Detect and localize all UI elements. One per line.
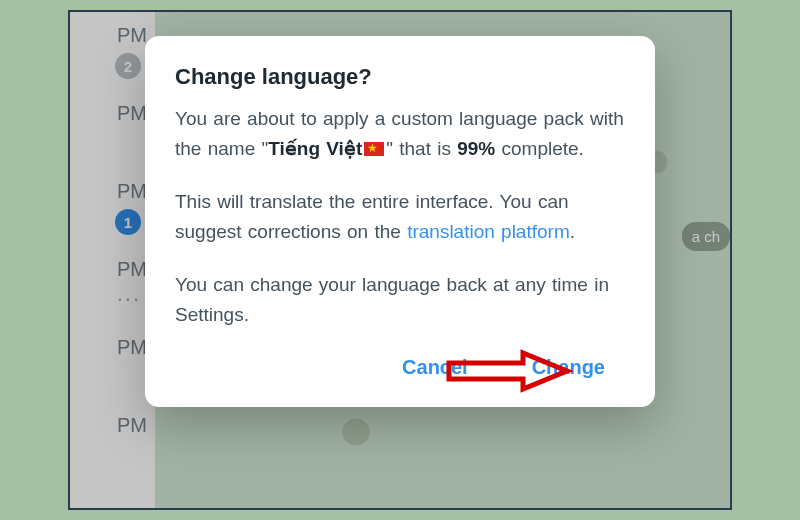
change-language-dialog: Change language? You are about to apply … <box>145 36 655 407</box>
modal-overlay: Change language? You are about to apply … <box>70 12 730 508</box>
dialog-body-1: You are about to apply a custom language… <box>175 104 625 165</box>
dialog-actions: Cancel Change <box>175 338 625 393</box>
app-frame: PM 2 PM PM 1 PM ... PM PM a ch <box>68 10 732 510</box>
vietnam-flag-icon <box>364 142 384 156</box>
cancel-button[interactable]: Cancel <box>390 348 480 387</box>
language-pack-name: Tiếng Việt <box>268 138 362 159</box>
dialog-body-3: You can change your language back at any… <box>175 270 625 331</box>
change-button[interactable]: Change <box>520 348 617 387</box>
translation-platform-link[interactable]: translation platform <box>407 221 570 242</box>
dialog-body-2: This will translate the entire interface… <box>175 187 625 248</box>
dialog-title: Change language? <box>175 64 625 90</box>
completion-percent: 99% <box>457 138 495 159</box>
